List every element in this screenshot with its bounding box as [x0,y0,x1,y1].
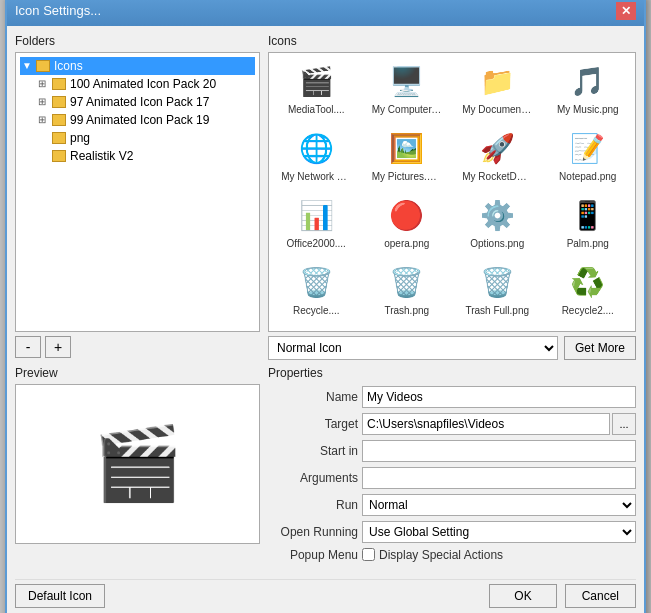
icon-item-recycle1[interactable]: 🗑️ Recycle.... [273,258,360,321]
icon-label-trash2: Trash Full.png [465,305,529,316]
icon-img-mediatool: 🎬 [296,62,336,102]
icon-img-palm: 📱 [568,196,608,236]
icon-item-options[interactable]: ⚙️ Options.png [454,191,541,254]
arguments-row: Arguments [268,467,636,489]
expander-png [38,132,50,143]
icon-img-options: ⚙️ [477,196,517,236]
icon-item-myrocket[interactable]: 🚀 My RocketDoc.... [454,124,541,187]
icon-item-mypictures[interactable]: 🖼️ My Pictures.png [364,124,451,187]
icon-img-trash2: 🗑️ [477,263,517,303]
target-label: Target [268,417,358,431]
icons-box[interactable]: 🎬 MediaTool.... 🖥️ My Computer.... 📁 My … [268,52,636,332]
icon-img-recycle1: 🗑️ [296,263,336,303]
icon-img-notepad: 📝 [568,129,608,169]
get-more-button[interactable]: Get More [564,336,636,360]
target-input[interactable] [362,413,610,435]
tree-item-pack99[interactable]: ⊞ 99 Animated Icon Pack 19 [36,111,255,129]
bottom-bar: Default Icon OK Cancel [15,579,636,610]
run-label: Run [268,498,358,512]
folder-icon-png [52,132,66,144]
icon-label-mydocument: My Document.... [462,104,532,115]
icon-settings-dialog: Icon Settings... ✕ Folders ▼ Icons ⊞ [5,0,646,613]
icon-item-mydocument[interactable]: 📁 My Document.... [454,57,541,120]
icon-img-myrocket: 🚀 [477,129,517,169]
folders-box: ▼ Icons ⊞ 100 Animated Icon Pack 20 ⊞ [15,52,260,332]
cancel-button[interactable]: Cancel [565,584,636,608]
icon-label-mediatool: MediaTool.... [288,104,345,115]
startin-row: Start in [268,440,636,462]
tree-item-png[interactable]: png [36,129,255,147]
popup-checkbox[interactable] [362,548,375,561]
icon-label-office200: Office2000.... [287,238,346,249]
tree-item-realistik[interactable]: Realistik V2 [36,147,255,165]
default-icon-button[interactable]: Default Icon [15,584,105,608]
expander-pack99: ⊞ [38,114,50,125]
name-label: Name [268,390,358,404]
properties-label: Properties [268,366,636,380]
title-bar: Icon Settings... ✕ [7,0,644,26]
folders-panel: Folders ▼ Icons ⊞ 100 Animated Icon Pack… [15,34,260,360]
openrunning-dropdown[interactable]: Use Global Setting Always Open Never Ope… [362,521,636,543]
icon-item-mediatool[interactable]: 🎬 MediaTool.... [273,57,360,120]
icon-label-myrocket: My RocketDoc.... [462,171,532,182]
remove-folder-button[interactable]: - [15,336,41,358]
expander-icons: ▼ [22,60,34,71]
close-button[interactable]: ✕ [616,2,636,20]
ok-button[interactable]: OK [489,584,556,608]
startin-input[interactable] [362,440,636,462]
icon-type-dropdown[interactable]: Normal Icon Large Icon Small Icon [268,336,558,360]
dialog-body: Folders ▼ Icons ⊞ 100 Animated Icon Pack… [7,26,644,614]
browse-button[interactable]: ... [612,413,636,435]
preview-box: 🎬 [15,384,260,544]
tree-label-realistik: Realistik V2 [70,149,133,163]
tree-item-pack100[interactable]: ⊞ 100 Animated Icon Pack 20 [36,75,255,93]
preview-label: Preview [15,366,260,380]
icon-item-mymusic[interactable]: 🎵 My Music.png [545,57,632,120]
preview-section: Preview 🎬 Properties Name Target [15,366,636,567]
preview-icon: 🎬 [93,421,183,506]
expander-realistik [38,150,50,161]
run-dropdown[interactable]: Normal Minimized Maximized [362,494,636,516]
tree-label-pack100: 100 Animated Icon Pack 20 [70,77,216,91]
name-row: Name [268,386,636,408]
arguments-input[interactable] [362,467,636,489]
startin-label: Start in [268,444,358,458]
icon-item-notepad[interactable]: 📝 Notepad.png [545,124,632,187]
tree-label-png: png [70,131,90,145]
preview-panel: Preview 🎬 [15,366,260,567]
name-input[interactable] [362,386,636,408]
tree-item-pack97[interactable]: ⊞ 97 Animated Icon Pack 17 [36,93,255,111]
run-row: Run Normal Minimized Maximized [268,494,636,516]
openrunning-row: Open Running Use Global Setting Always O… [268,521,636,543]
icon-item-trash[interactable]: 🗑️ Trash.png [364,258,451,321]
icons-label: Icons [268,34,636,48]
icon-item-mycomputer[interactable]: 🖥️ My Computer.... [364,57,451,120]
icon-item-recycle2[interactable]: ♻️ Recycle2.... [545,258,632,321]
popup-checkbox-label: Display Special Actions [379,548,503,562]
top-section: Folders ▼ Icons ⊞ 100 Animated Icon Pack… [15,34,636,360]
icon-item-mynetwork[interactable]: 🌐 My Network Places.png [273,124,360,187]
icon-img-mynetwork: 🌐 [296,129,336,169]
icon-item-opera[interactable]: 🔴 opera.png [364,191,451,254]
add-folder-button[interactable]: + [45,336,71,358]
icon-item-trash2[interactable]: 🗑️ Trash Full.png [454,258,541,321]
icon-img-mydocument: 📁 [477,62,517,102]
folders-label: Folders [15,34,260,48]
icon-label-options: Options.png [470,238,524,249]
arguments-label: Arguments [268,471,358,485]
icon-label-opera: opera.png [384,238,429,249]
icon-item-palm[interactable]: 📱 Palm.png [545,191,632,254]
expander-pack100: ⊞ [38,78,50,89]
expander-pack97: ⊞ [38,96,50,107]
folder-buttons: - + [15,336,260,358]
tree-item-icons[interactable]: ▼ Icons [20,57,255,75]
icon-label-trash: Trash.png [384,305,429,316]
target-input-group: ... [362,413,636,435]
icon-item-office200[interactable]: 📊 Office2000.... [273,191,360,254]
bottom-right-buttons: OK Cancel [489,584,636,608]
icon-label-mycomputer: My Computer.... [372,104,442,115]
icons-panel: Icons 🎬 MediaTool.... 🖥️ My Computer....… [268,34,636,360]
popup-row: Popup Menu Display Special Actions [268,548,636,562]
tree-children-icons: ⊞ 100 Animated Icon Pack 20 ⊞ 97 Animate… [20,75,255,165]
openrunning-label: Open Running [268,525,358,539]
